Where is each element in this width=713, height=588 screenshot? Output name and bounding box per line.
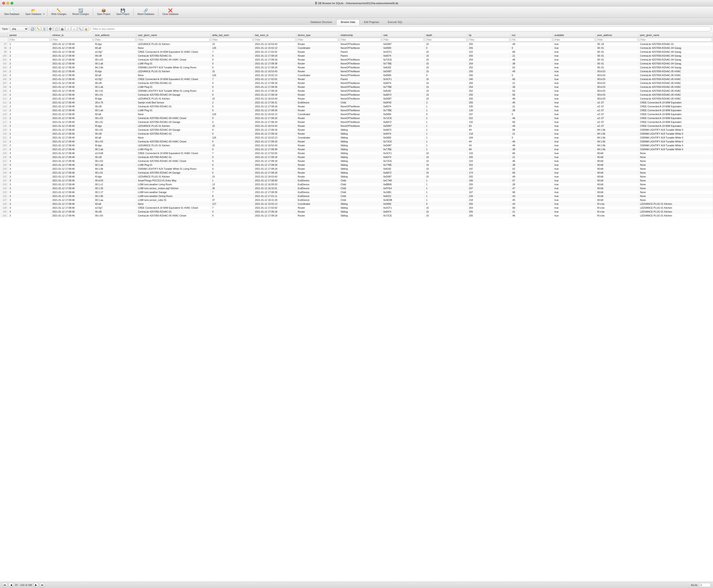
col-relationship[interactable]: relationship	[339, 33, 382, 37]
table-row[interactable]: 14032021-01-12 17:08:4600:cI8CentraLite …	[0, 210, 713, 214]
goto-input[interactable]	[699, 583, 711, 587]
col-lqi[interactable]: lqi	[468, 33, 510, 37]
delete-row-button[interactable]: 🗑️	[42, 26, 47, 31]
new-database-button[interactable]: 📄 New Database	[2, 7, 22, 17]
filter-peer-name-input[interactable]	[640, 38, 712, 42]
filter-depth-input[interactable]	[426, 38, 467, 42]
col-delta-last-seen[interactable]: delta_last_seen	[211, 33, 254, 37]
filter-lqi-input[interactable]	[468, 38, 509, 42]
tab-edit-pragmas[interactable]: Edit Pragmas	[360, 19, 383, 24]
filter-packet-input[interactable]	[9, 38, 50, 42]
filter-available-input[interactable]	[554, 38, 595, 42]
col-peer-address[interactable]: peer_address	[596, 33, 639, 37]
table-container[interactable]: packet retrieve_ts ieee_address user_giv…	[0, 33, 713, 582]
print-button[interactable]: 🖨️	[59, 26, 65, 31]
table-row[interactable]: 10522021-01-12 17:08:4060:a8None1262021-…	[0, 74, 713, 77]
tab-execute-sql[interactable]: Execute SQL	[383, 19, 407, 24]
filter-rssi-input[interactable]	[511, 38, 552, 42]
col-peer-given-name[interactable]: peer_given_name	[639, 33, 713, 37]
table-row[interactable]: 12022021-01-12 17:08:4000:cI8CentraLite …	[0, 132, 713, 136]
table-row[interactable]: 10722021-01-12 17:08:4000:cI8CentraLite …	[0, 81, 713, 85]
table-row[interactable]: 13332021-01-12 17:08:4600:1:c2LUMI lumi.…	[0, 183, 713, 186]
col-ieee-address[interactable]: ieee_address	[93, 33, 136, 37]
table-row[interactable]: 10622021-01-12 17:08:40e2:0ʒ7CREE Connec…	[0, 77, 713, 81]
save-project-button[interactable]: 💾 Save Project	[114, 7, 132, 17]
lock-button[interactable]: 🔒	[83, 26, 89, 31]
export-up-button[interactable]: ↑	[65, 26, 71, 31]
table-row[interactable]: 10322021-01-12 17:08:4084:1:0bOSRAM LIGH…	[0, 66, 713, 69]
table-row[interactable]: 11622021-01-12 17:08:4000:c:03CentraLite…	[0, 116, 713, 120]
col-packet[interactable]: packet	[8, 33, 51, 37]
table-row[interactable]: 10822021-01-12 17:08:4000:1:a6LUMI Plug …	[0, 85, 713, 89]
filter-name-input[interactable]	[137, 38, 210, 42]
filter-ieee-input[interactable]	[95, 38, 135, 42]
edit-row-button[interactable]: ✏️	[36, 26, 41, 31]
filter-nwk-input[interactable]	[383, 38, 424, 42]
table-row[interactable]: 11122021-01-12 17:08:40f0:dʒeLEDVANCE PL…	[0, 97, 713, 101]
col-retrieve-ts[interactable]: retrieve_ts	[51, 33, 94, 37]
attach-database-button[interactable]: 🔗 Attach Database	[135, 7, 157, 17]
filter-device-type-input[interactable]	[297, 38, 338, 42]
table-row[interactable]: 12732021-01-12 17:08:4600:c:03CentraLite…	[0, 159, 713, 163]
table-row[interactable]: 9922021-01-12 17:08:40e2:0ʒ7CREE Connect…	[0, 50, 713, 54]
table-row[interactable]: 11822021-01-12 17:08:40f0:dʒeLEDVANCE PL…	[0, 124, 713, 128]
table-row[interactable]: 10422021-01-12 17:08:40f0:dʒeLEDVANCE PL…	[0, 69, 713, 74]
first-page-button[interactable]: ⏮	[2, 583, 7, 587]
import-down-button[interactable]: ↓	[71, 26, 77, 31]
col-last-seen-ts[interactable]: last_seen_ts	[254, 33, 297, 37]
write-changes-button[interactable]: ✏️ Write Changes	[49, 7, 69, 17]
table-row[interactable]: 10922021-01-12 17:08:4084:1:01OSRAM LIGH…	[0, 89, 713, 93]
minimize-button[interactable]	[6, 2, 9, 5]
open-project-button[interactable]: 📦 Open Project	[94, 7, 113, 17]
table-row[interactable]: 12632021-01-12 17:08:4600:cI8CentraLite …	[0, 155, 713, 159]
table-row[interactable]: 13932021-01-12 17:08:46e2:0ʒ7CREE Connec…	[0, 206, 713, 210]
search-button[interactable]: 🔍	[77, 26, 83, 31]
revert-changes-button[interactable]: ↩️ Revert Changes	[70, 7, 91, 17]
col-rssi[interactable]: rssi	[510, 33, 553, 37]
table-row[interactable]: 9822021-01-12 17:08:4060:a8None1262021-0…	[0, 46, 713, 50]
table-row[interactable]: 13032021-01-12 17:08:4600:c:01CentraLite…	[0, 171, 713, 175]
table-row[interactable]: 12422021-01-12 17:08:4000:1:a6LUMI Plug …	[0, 147, 713, 151]
tab-database-structure[interactable]: Database Structure	[306, 19, 337, 24]
col-nwk[interactable]: nwk	[382, 33, 425, 37]
table-row[interactable]: 13832021-01-12 17:08:4660:a8None1272021-…	[0, 202, 713, 206]
col-available[interactable]: available	[553, 33, 596, 37]
filter-relationship-input[interactable]	[340, 38, 381, 42]
table-row[interactable]: 11322021-01-12 17:08:4000:cI8CentraLite …	[0, 105, 713, 108]
table-row[interactable]: 10222021-01-12 17:08:4000:1:a6LUMI Plug …	[0, 62, 713, 66]
filter-retrieve-ts-input[interactable]	[52, 38, 93, 42]
filter-peer-address-input[interactable]	[597, 38, 638, 42]
table-row[interactable]: 13732021-01-12 17:08:4600:1:aaLUMI lumi.…	[0, 198, 713, 202]
close-button[interactable]	[2, 2, 5, 5]
table-row[interactable]: 13232021-01-12 17:08:4600:d:03SmartThing…	[0, 178, 713, 183]
table-row[interactable]: 9722021-01-12 17:08:40f0:dʒeLEDVANCE PLU…	[0, 42, 713, 46]
table-row[interactable]: 11222021-01-12 17:08:4028:e:75Samjin mul…	[0, 101, 713, 105]
table-row[interactable]: 12122021-01-12 17:08:4060:a8None1262021-…	[0, 136, 713, 140]
table-row[interactable]: 11022021-01-12 17:08:4000:c:01CentraLite…	[0, 93, 713, 97]
filter-delta-input[interactable]	[212, 38, 253, 42]
table-row[interactable]: 10022021-01-12 17:08:4000:cI8CentraLite …	[0, 54, 713, 58]
table-row[interactable]: 14132021-01-12 17:08:4600:c:03CentraLite…	[0, 214, 713, 218]
table-row[interactable]: 11922021-01-12 17:08:4000:c:01CentraLite…	[0, 128, 713, 132]
maximize-button[interactable]	[10, 2, 13, 5]
prev-page-button[interactable]: ◀	[9, 583, 14, 587]
filter-last-seen-input[interactable]	[255, 38, 295, 42]
table-row[interactable]: 12322021-01-12 17:08:40f0:dʒeLEDVANCE PL…	[0, 144, 713, 147]
table-row[interactable]: 10122021-01-12 17:08:4000:c:03CentraLite…	[0, 58, 713, 62]
table-row[interactable]: 12932021-01-12 17:08:4684:1:0bOSRAM LIGH…	[0, 167, 713, 171]
table-row[interactable]: 11522021-01-12 17:08:4060:a8None1262021-…	[0, 112, 713, 116]
add-row-button[interactable]: ➕	[47, 26, 53, 31]
table-row[interactable]: 13432021-01-12 17:08:4600:1:35LUMI lumi.…	[0, 186, 713, 190]
table-row[interactable]: 11722021-01-12 17:08:4000:c:01CentraLite…	[0, 120, 713, 124]
column-filter-input[interactable]	[90, 26, 711, 31]
tab-browse-data[interactable]: Browse Data	[336, 19, 360, 25]
table-row[interactable]: 11422021-01-12 17:08:4000:1:a6LUMI Plug …	[0, 108, 713, 112]
table-row[interactable]: 13632021-01-12 17:08:4600:1:96LUMI lumi.…	[0, 194, 713, 198]
table-row[interactable]: 13132021-01-12 17:08:46f0:dʒeLEDVANCE PL…	[0, 175, 713, 178]
refresh-button[interactable]: 🔄	[29, 26, 35, 31]
next-page-button[interactable]: ▶	[34, 583, 39, 587]
duplicate-button[interactable]: 📋	[53, 26, 59, 31]
table-selector[interactable]: zha	[10, 26, 28, 31]
col-depth[interactable]: depth	[425, 33, 468, 37]
open-database-button[interactable]: 📂 Open Database	[23, 7, 46, 17]
